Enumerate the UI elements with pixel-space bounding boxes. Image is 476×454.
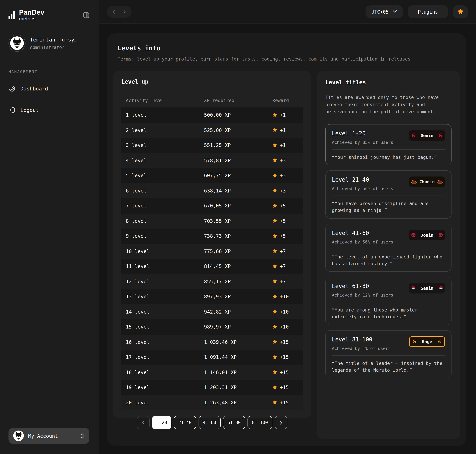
- reward-value: +1: [280, 143, 286, 148]
- title-card-header: Level 61-80Achieved by 12% of usersSanin: [332, 283, 445, 298]
- bar-chart-logo-icon: [8, 11, 16, 19]
- page-button-41-60[interactable]: 41-60: [198, 416, 220, 429]
- column-activity-level: Activity level: [121, 98, 200, 103]
- prev-page-button[interactable]: [137, 416, 150, 429]
- reward-cell: +3: [268, 158, 303, 163]
- topbar-actions: UTC+05 Plugins: [366, 5, 468, 18]
- activity-level-cell: 6 level: [121, 188, 200, 194]
- reward-star-icon: [272, 264, 277, 269]
- reward-value: +15: [280, 400, 289, 405]
- reward-cell: +10: [268, 309, 303, 315]
- plugins-button[interactable]: Plugins: [408, 5, 448, 18]
- level-range: Level 1-20: [332, 130, 393, 137]
- next-page-button[interactable]: [275, 416, 287, 429]
- sidebar-item-dashboard[interactable]: Dashboard: [0, 82, 98, 96]
- timezone-value: UTC+05: [371, 9, 389, 15]
- avatar: [10, 36, 24, 50]
- table-row: 15 level989,97 XP+10: [121, 319, 303, 334]
- title-card-meta: Level 1-20Achieved by 85% of users: [332, 130, 393, 145]
- badge-label: Chunin: [419, 179, 435, 184]
- achieved-text: Achieved by 56% of users: [332, 186, 393, 191]
- level-table: Activity level XP required Reward 1 leve…: [121, 93, 303, 410]
- level-titles-intro: Titles are awarded only to those who hav…: [325, 94, 452, 115]
- level-title-card-genin: Level 1-20Achieved by 85% of usersGenin“…: [325, 124, 452, 166]
- title-quote: “Your shinobi journey has just begun.”: [332, 154, 445, 161]
- timezone-dropdown[interactable]: UTC+05: [366, 5, 403, 18]
- back-button[interactable]: [112, 9, 116, 14]
- column-reward: Reward: [268, 98, 303, 103]
- genin-emblem-icon: [411, 133, 416, 138]
- xp-required-cell: 1 091,44 XP: [200, 355, 268, 360]
- table-row: 11 level814,45 XP+7: [121, 259, 303, 274]
- xp-required-cell: 942,82 XP: [200, 309, 268, 315]
- title-card-divider: [332, 302, 445, 302]
- level-titles-title: Level titles: [325, 79, 452, 86]
- achieved-text: Achieved by 1% of users: [332, 346, 391, 351]
- avatar-ring: [8, 35, 25, 52]
- panel-toggle-icon: [83, 11, 90, 19]
- account-avatar: [13, 431, 24, 441]
- page-button-61-80[interactable]: 61-80: [223, 416, 245, 429]
- badge-label: Genin: [421, 133, 433, 138]
- xp-required-cell: 897,93 XP: [200, 294, 268, 299]
- table-row: 2 level525,00 XP+1: [121, 123, 303, 138]
- page-button-21-40[interactable]: 21-40: [174, 416, 196, 429]
- reward-value: +10: [280, 294, 289, 299]
- chevron-right-icon: [279, 420, 283, 425]
- reward-star-icon: [272, 325, 277, 330]
- reward-star-icon: [272, 340, 277, 345]
- table-row: 4 level578,81 XP+3: [121, 153, 303, 168]
- page-button-81-100[interactable]: 81-100: [248, 416, 272, 429]
- activity-level-cell: 16 level: [121, 339, 200, 345]
- activity-level-cell: 2 level: [121, 128, 200, 133]
- page-button-1-20[interactable]: 1-20: [152, 416, 172, 429]
- reward-star-icon: [272, 188, 277, 193]
- table-row: 7 level670,05 XP+5: [121, 198, 303, 213]
- user-profile: Temirlan Tursy… Administrator: [0, 35, 98, 52]
- sidebar-item-logout[interactable]: Logout: [0, 103, 98, 117]
- page-title: Levels info: [118, 44, 460, 52]
- xp-required-cell: 551,25 XP: [200, 143, 268, 148]
- reward-value: +15: [280, 355, 289, 360]
- activity-level-cell: 12 level: [121, 279, 200, 284]
- title-quote: “The level of an experienced fighter who…: [332, 253, 445, 267]
- chevron-left-icon: [112, 9, 116, 14]
- reward-star-icon: [272, 355, 277, 360]
- reward-star-icon: [272, 400, 277, 405]
- forward-button[interactable]: [122, 9, 127, 14]
- reward-cell: +7: [268, 249, 303, 254]
- user-role: Administrator: [30, 45, 77, 50]
- reward-cell: +10: [268, 294, 303, 299]
- achieved-text: Achieved by 12% of users: [332, 293, 393, 298]
- table-row: 8 level703,55 XP+5: [121, 213, 303, 228]
- pagination: 1-2021-4041-6061-8081-100: [121, 416, 303, 429]
- my-account-button[interactable]: My Account: [8, 428, 90, 444]
- reward-cell: +15: [268, 370, 303, 375]
- content: Levels info Terms: level up your profile…: [99, 24, 476, 454]
- collapse-sidebar-button[interactable]: [82, 11, 91, 19]
- level-title-card-chunin: Level 21-40Achieved by 56% of usersChuni…: [325, 170, 452, 219]
- sidebar-item-label: Dashboard: [20, 85, 48, 92]
- table-row: 1 level500,00 XP+1: [121, 107, 303, 123]
- level-range: Level 81-100: [332, 336, 391, 343]
- table-row: 6 level638,14 XP+3: [121, 183, 303, 198]
- activity-level-cell: 15 level: [121, 324, 200, 330]
- jonin-emblem-icon: [438, 233, 443, 237]
- reward-cell: +5: [268, 234, 303, 239]
- reward-cell: +1: [268, 128, 303, 133]
- achieved-text: Achieved by 85% of users: [332, 140, 393, 145]
- dashboard-disc-icon: [8, 85, 16, 92]
- activity-level-cell: 9 level: [121, 234, 200, 239]
- title-card-meta: Level 21-40Achieved by 56% of users: [332, 176, 393, 191]
- kage-emblem-icon: [437, 339, 442, 344]
- activity-level-cell: 13 level: [121, 294, 200, 299]
- logo: PanDev metrics: [0, 0, 98, 21]
- table-row: 17 level1 091,44 XP+15: [121, 350, 303, 365]
- sidebar-spacer: [0, 117, 98, 428]
- title-cards: Level 1-20Achieved by 85% of usersGenin“…: [325, 124, 452, 378]
- reward-cell: +10: [268, 324, 303, 330]
- favorites-button[interactable]: [453, 5, 468, 18]
- level-up-title: Level up: [121, 79, 303, 85]
- reward-cell: +15: [268, 400, 303, 405]
- title-card-meta: Level 41-60Achieved by 56% of users: [332, 230, 393, 244]
